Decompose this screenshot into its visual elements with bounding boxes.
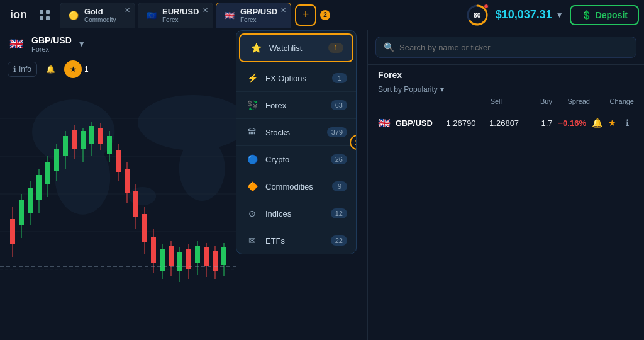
balance-button[interactable]: $10,037.31 ▼: [496, 8, 564, 21]
deposit-label: Deposit: [596, 10, 628, 20]
progress-ring[interactable]: 80: [465, 3, 489, 27]
progress-label: 80: [474, 11, 480, 18]
sort-arrow-icon: ▾: [440, 85, 444, 94]
tab-close-gbpusd[interactable]: ✕: [278, 6, 288, 16]
search-input-wrap[interactable]: 🔍: [375, 37, 636, 58]
bell-button[interactable]: 🔔: [41, 62, 60, 76]
main-content: 🇬🇧 GBP/USD Forex ▼ ℹ Info 🔔 ★ 1: [0, 30, 644, 340]
etfs-item[interactable]: ✉ ETFs 22: [236, 227, 356, 254]
forex-item[interactable]: 💱 Forex 63: [236, 92, 356, 119]
crypto-item[interactable]: 🔵 Crypto 26: [236, 146, 356, 173]
app-logo: ion: [5, 8, 32, 21]
gbpusd-flag: 🇬🇧: [378, 115, 391, 131]
topbar: ion ✕ 🟡 Gold Commodity ✕ 🇪🇺 EUR/USD Fore…: [0, 0, 644, 30]
column-headers: Sell Buy Spread Change: [368, 98, 644, 108]
col-change-header: Change: [590, 98, 634, 105]
svg-rect-43: [116, 150, 121, 172]
right-panel: 🔍 Forex Sort by Popularity ▾ Sell Buy Sp…: [367, 30, 644, 340]
instrument-row-gbpusd[interactable]: 🇬🇧 GBP/USD 1.26790 1.26807 1.7 −0.16% 🔔 …: [368, 108, 644, 137]
commodities-item[interactable]: 🔶 Commodities 9: [236, 173, 356, 200]
eurusd-tab-icon: 🇪🇺: [145, 8, 158, 22]
indices-item[interactable]: ⊙ Indices 12: [236, 200, 356, 227]
tab-gbpusd[interactable]: ✕ 🇬🇧 GBP/USD Forex: [216, 3, 291, 28]
info-button[interactable]: ℹ Info: [8, 62, 37, 77]
alert-dot: [484, 4, 489, 9]
star-button[interactable]: ★: [64, 60, 82, 78]
svg-rect-23: [28, 188, 33, 213]
svg-rect-3: [46, 16, 50, 20]
deposit-button[interactable]: 💲 Deposit: [570, 5, 639, 25]
gold-tab-sub: Commodity: [84, 16, 116, 23]
pair-flag: 🇬🇧: [8, 35, 25, 53]
commodities-label: Commodities: [265, 182, 326, 191]
stocks-icon: 🏛: [245, 125, 259, 139]
sort-button[interactable]: Sort by Popularity: [378, 85, 438, 94]
balance-arrow-icon: ▼: [556, 11, 564, 20]
svg-rect-67: [221, 247, 226, 265]
commodities-count: 9: [332, 181, 347, 191]
svg-rect-2: [40, 16, 43, 20]
stocks-item[interactable]: 🏛 Stocks 379: [236, 119, 356, 146]
svg-rect-19: [10, 219, 15, 244]
add-tab-button[interactable]: +: [295, 4, 316, 26]
gbpusd-bell-icon[interactable]: 🔔: [591, 116, 604, 129]
watchlist-item[interactable]: ⭐ Watchlist 1: [239, 33, 353, 62]
info-label: Info: [19, 65, 31, 74]
col-buy-header: Buy: [502, 98, 552, 105]
svg-rect-41: [107, 136, 112, 154]
svg-rect-29: [54, 149, 59, 171]
category-label: Forex: [368, 65, 644, 82]
fx-options-label: FX Options: [265, 74, 326, 83]
watchlist-label: Watchlist: [269, 43, 322, 53]
svg-rect-51: [151, 237, 156, 263]
crypto-count: 26: [331, 154, 347, 164]
star-count: 1: [84, 65, 89, 74]
crypto-label: Crypto: [265, 155, 325, 164]
forex-icon: 💱: [245, 98, 259, 112]
col-name: [378, 98, 452, 105]
gbpusd-buy: 1.26807: [481, 118, 519, 128]
search-bar: 🔍: [368, 30, 644, 65]
pair-dropdown-arrow[interactable]: ▼: [78, 40, 86, 48]
watchlist-icon: ⭐: [249, 41, 263, 55]
pair-type: Forex: [31, 45, 72, 53]
grid-icon[interactable]: [35, 5, 55, 25]
fx-options-icon: ⚡: [245, 71, 259, 85]
svg-rect-35: [80, 131, 86, 149]
gbpusd-tab-sub: Forex: [240, 16, 277, 23]
svg-rect-63: [204, 247, 209, 266]
eurusd-tab-name: EUR/USD: [162, 7, 199, 16]
gbpusd-change: −0.16%: [558, 118, 586, 128]
gold-tab-name: Gold: [84, 7, 116, 16]
tab-close-eurusd[interactable]: ✕: [200, 6, 210, 16]
stocks-count: 379: [327, 127, 347, 137]
tab-count-badge: 2: [320, 10, 330, 20]
stocks-label: Stocks: [265, 128, 321, 137]
svg-rect-53: [160, 249, 165, 271]
gbpusd-info-icon[interactable]: ℹ: [621, 116, 634, 129]
gbpusd-tab-icon: 🇬🇧: [223, 8, 236, 22]
etfs-count: 22: [331, 235, 347, 246]
svg-rect-47: [133, 191, 138, 217]
svg-rect-37: [89, 126, 94, 144]
star-icon: ★: [70, 65, 77, 74]
fx-options-item[interactable]: ⚡ FX Options 1: [236, 65, 356, 92]
search-input[interactable]: [399, 43, 628, 52]
balance-value: $10,037.31: [496, 8, 552, 21]
fx-options-count: 1: [332, 73, 347, 83]
indices-count: 12: [331, 208, 347, 218]
svg-rect-27: [45, 162, 50, 184]
svg-rect-57: [177, 252, 182, 271]
etfs-label: ETFs: [265, 236, 325, 246]
indices-label: Indices: [265, 209, 325, 218]
sort-row: Sort by Popularity ▾: [368, 82, 644, 98]
svg-rect-55: [169, 246, 174, 266]
tab-eurusd[interactable]: ✕ 🇪🇺 EUR/USD Forex: [138, 3, 213, 28]
tab-close-gold[interactable]: ✕: [122, 6, 132, 16]
tab-gold[interactable]: ✕ 🟡 Gold Commodity: [60, 3, 135, 28]
svg-rect-39: [98, 128, 103, 144]
forex-count: 63: [331, 100, 347, 110]
eurusd-tab-sub: Forex: [162, 16, 199, 23]
gbpusd-star-icon[interactable]: ★: [606, 116, 619, 129]
svg-rect-25: [36, 175, 42, 200]
